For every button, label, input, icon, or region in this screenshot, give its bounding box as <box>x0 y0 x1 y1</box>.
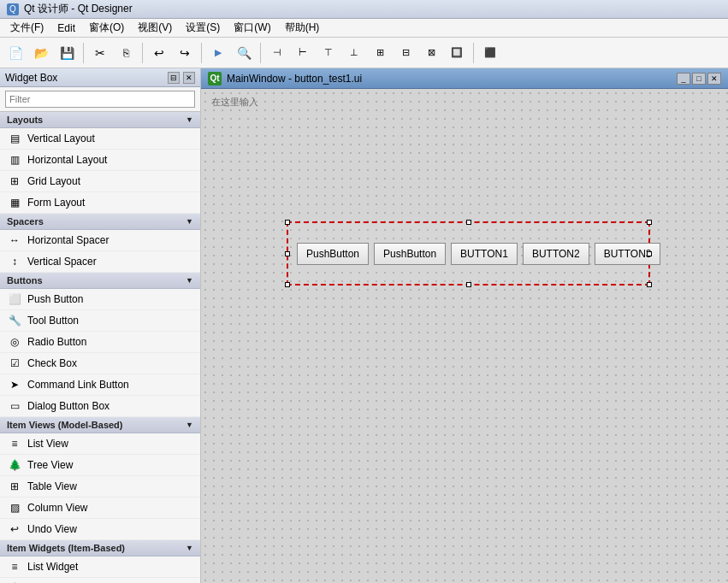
widget-push-button[interactable]: ⬜ Push Button <box>0 289 200 310</box>
widget-check-box[interactable]: ☑ Check Box <box>0 353 200 374</box>
widget-box-close[interactable]: ✕ <box>183 72 195 84</box>
canvas-window-controls: _ □ ✕ <box>677 73 721 85</box>
handle-bottom-middle[interactable] <box>466 282 471 287</box>
section-item-views[interactable]: Item Views (Model-Based) ▼ <box>0 417 200 433</box>
filter-input[interactable] <box>5 91 195 108</box>
toolbar-grid2[interactable]: ⊟ <box>394 41 417 65</box>
section-buttons-arrow: ▼ <box>186 276 193 285</box>
widget-horizontal-spacer[interactable]: ↔ Horizontal Spacer <box>0 230 200 251</box>
widget-column-view[interactable]: ▨ Column View <box>0 498 200 519</box>
widget-command-link-button[interactable]: ➤ Command Link Button <box>0 374 200 396</box>
handle-bottom-left[interactable] <box>285 282 290 287</box>
canvas-content[interactable]: 在这里输入 PushButton PushButton BUTTON1 <box>201 89 728 583</box>
menu-edit[interactable]: Edit <box>50 21 82 36</box>
section-item-widgets-arrow: ▼ <box>186 544 193 552</box>
selection-handles <box>285 220 652 287</box>
widget-list-widget[interactable]: ≡ List Widget <box>0 556 200 578</box>
widget-form-layout[interactable]: ▦ Form Layout <box>0 192 200 214</box>
widget-radio-button[interactable]: ◎ Radio Button <box>0 332 200 353</box>
canvas-title: MainWindow - button_test1.ui <box>227 73 362 85</box>
table-view-icon: ⊞ <box>7 479 22 494</box>
toolbar-grid3[interactable]: ⊠ <box>419 41 443 65</box>
toolbar-sep-1 <box>83 43 84 63</box>
menu-settings[interactable]: 设置(S) <box>179 19 227 37</box>
tree-view-icon: 🌲 <box>7 457 22 473</box>
toolbar-select[interactable]: ⬛ <box>478 41 502 65</box>
toolbar-sep-4 <box>260 43 261 63</box>
vertical-spacer-icon: ↕ <box>7 254 22 269</box>
toolbar-copy[interactable]: ⎘ <box>114 41 138 65</box>
toolbar-zoom[interactable]: 🔍 <box>232 41 256 65</box>
filter-bar <box>0 87 200 112</box>
tool-button-icon: 🔧 <box>7 313 22 328</box>
handle-middle-left[interactable] <box>285 251 290 256</box>
toolbar-preview[interactable]: 🔲 <box>445 41 469 65</box>
widget-list-view[interactable]: ≡ List View <box>0 433 200 455</box>
toolbar-new[interactable]: 📄 <box>3 41 27 65</box>
toolbar-redo[interactable]: ↪ <box>173 41 197 65</box>
vertical-layout-icon: ▤ <box>7 131 22 146</box>
widget-box-header: Widget Box ⊟ ✕ <box>0 68 200 87</box>
horizontal-layout-icon: ▥ <box>7 152 22 168</box>
qt-logo: Qt <box>208 72 222 85</box>
toolbar-align3[interactable]: ⊤ <box>317 41 340 65</box>
menu-window[interactable]: 窗口(W) <box>227 19 277 37</box>
menu-form[interactable]: 窗体(O) <box>82 19 131 37</box>
section-buttons[interactable]: Buttons ▼ <box>0 273 200 289</box>
handle-middle-right[interactable] <box>647 251 652 256</box>
horizontal-spacer-icon: ↔ <box>7 233 22 248</box>
toolbar-align2[interactable]: ⊢ <box>291 41 315 65</box>
toolbar-save[interactable]: 💾 <box>55 41 79 65</box>
toolbar-align4[interactable]: ⊥ <box>342 41 366 65</box>
toolbar-widget-editor[interactable]: ▶ <box>206 41 230 65</box>
section-layouts-arrow: ▼ <box>186 115 193 124</box>
canvas-title-bar: Qt MainWindow - button_test1.ui _ □ ✕ <box>201 68 728 89</box>
section-item-widgets[interactable]: Item Widgets (Item-Based) ▼ <box>0 540 200 556</box>
toolbar-grid1[interactable]: ⊞ <box>368 41 392 65</box>
toolbar-open[interactable]: 📂 <box>29 41 53 65</box>
section-spacers-arrow: ▼ <box>186 217 193 226</box>
section-item-views-arrow: ▼ <box>186 421 193 429</box>
widget-vertical-spacer[interactable]: ↕ Vertical Spacer <box>0 251 200 273</box>
toolbar-align1[interactable]: ⊣ <box>265 41 289 65</box>
menu-help[interactable]: 帮助(H) <box>278 19 327 37</box>
widget-tree-widget[interactable]: 🌲 Tree Widget <box>0 578 200 583</box>
menu-view[interactable]: 视图(V) <box>131 19 179 37</box>
list-view-icon: ≡ <box>7 436 22 451</box>
toolbar-undo[interactable]: ↩ <box>147 41 171 65</box>
undo-view-icon: ↩ <box>7 521 22 537</box>
section-spacers[interactable]: Spacers ▼ <box>0 214 200 230</box>
app-title: Qt 设计师 - Qt Designer <box>24 2 133 16</box>
widget-tool-button[interactable]: 🔧 Tool Button <box>0 310 200 332</box>
menu-file[interactable]: 文件(F) <box>3 19 50 37</box>
handle-bottom-right[interactable] <box>647 282 652 287</box>
toolbar-sep-3 <box>201 43 202 63</box>
widget-dialog-button-box[interactable]: ▭ Dialog Button Box <box>0 396 200 417</box>
widget-undo-view[interactable]: ↩ Undo View <box>0 519 200 540</box>
canvas-placeholder: 在这里输入 <box>211 96 258 109</box>
widget-tree-view[interactable]: 🌲 Tree View <box>0 455 200 476</box>
widget-box-controls: ⊟ ✕ <box>168 72 195 84</box>
check-box-icon: ☑ <box>7 356 22 371</box>
widget-box-title: Widget Box <box>5 72 57 84</box>
toolbar-sep-5 <box>473 43 474 63</box>
canvas-maximize[interactable]: □ <box>692 73 706 85</box>
section-layouts[interactable]: Layouts ▼ <box>0 112 200 128</box>
toolbar: 📄 📂 💾 ✂ ⎘ ↩ ↪ ▶ 🔍 ⊣ ⊢ ⊤ ⊥ ⊞ ⊟ ⊠ 🔲 ⬛ <box>0 38 728 68</box>
canvas-close[interactable]: ✕ <box>707 73 721 85</box>
widget-table-view[interactable]: ⊞ Table View <box>0 476 200 498</box>
handle-top-middle[interactable] <box>466 220 471 225</box>
widget-grid-layout[interactable]: ⊞ Grid Layout <box>0 171 200 192</box>
selection-box[interactable]: PushButton PushButton BUTTON1 BUTTON2 BU… <box>287 221 650 286</box>
widget-box: Widget Box ⊟ ✕ Layouts ▼ ▤ Vertical Layo… <box>0 68 201 583</box>
widget-vertical-layout[interactable]: ▤ Vertical Layout <box>0 128 200 150</box>
toolbar-sep-2 <box>142 43 143 63</box>
title-bar: Q Qt 设计师 - Qt Designer <box>0 0 728 19</box>
toolbar-cut[interactable]: ✂ <box>88 41 112 65</box>
main-layout: Widget Box ⊟ ✕ Layouts ▼ ▤ Vertical Layo… <box>0 68 728 583</box>
canvas-minimize[interactable]: _ <box>677 73 690 85</box>
widget-box-float[interactable]: ⊟ <box>168 72 180 84</box>
handle-top-left[interactable] <box>285 220 290 225</box>
handle-top-right[interactable] <box>647 220 652 225</box>
widget-horizontal-layout[interactable]: ▥ Horizontal Layout <box>0 150 200 171</box>
